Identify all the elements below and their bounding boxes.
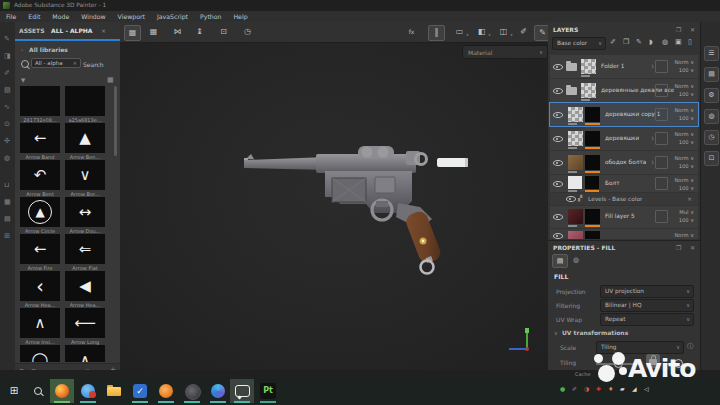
popout-icon[interactable]: ❐ xyxy=(676,244,681,251)
physical-brush-icon[interactable]: ✐ xyxy=(516,25,531,39)
polygon-fill-tool-icon[interactable]: ▨ xyxy=(4,87,11,94)
taskbar-check-app[interactable]: ✓ xyxy=(128,379,152,403)
antivirus-icon[interactable]: ✚ xyxy=(596,386,601,392)
blend-controls[interactable]: Norm ∨100 ∨ xyxy=(674,176,694,192)
blend-controls[interactable]: Mul ∨100 ∨ xyxy=(679,208,694,224)
tray-folder-icon[interactable]: ▰ xyxy=(620,386,625,392)
layer-row[interactable]: деревянные декали все 1 Norm ∨100 ∨ xyxy=(550,79,698,102)
close-icon[interactable]: ✕ xyxy=(690,26,695,33)
tab-sphere-preview[interactable]: ◍ xyxy=(569,254,583,266)
mask-thumbnail[interactable] xyxy=(655,210,668,223)
mask-thumbnail[interactable] xyxy=(655,60,668,73)
asset-item[interactable]: ∧ xyxy=(65,345,105,362)
opacity-value[interactable]: 100 xyxy=(679,67,689,73)
path-tool-icon[interactable]: ◍ xyxy=(4,155,10,162)
opacity-value[interactable]: 100 xyxy=(679,163,689,169)
visibility-eye-icon[interactable] xyxy=(553,231,562,239)
opacity-value[interactable]: 100 xyxy=(679,91,689,97)
effect-name[interactable]: Levels - Base color xyxy=(588,196,642,202)
menu-viewport[interactable]: Viewport xyxy=(112,13,151,20)
filter-funnel-icon[interactable]: ▼ xyxy=(21,77,25,84)
section-collapse-icon[interactable]: ∨ xyxy=(554,330,558,336)
blend-mode[interactable]: Norm xyxy=(674,131,688,137)
menu-file[interactable]: File xyxy=(0,13,22,20)
projection-tool-icon[interactable]: ✐ xyxy=(4,70,10,77)
smart-material-icon[interactable]: ✐ xyxy=(610,39,616,46)
layers-view-icon[interactable]: ☰ xyxy=(704,46,719,61)
shader-mode-dropdown[interactable]: Material ∨ xyxy=(462,45,548,59)
snap-icon[interactable]: ⊡ xyxy=(216,25,231,39)
mask-thumbnail[interactable] xyxy=(655,177,668,190)
material-thumbnail[interactable] xyxy=(585,131,600,146)
taskbar-edge-app[interactable] xyxy=(206,379,230,403)
layer-name[interactable]: Болт xyxy=(605,180,620,186)
material-thumbnail[interactable] xyxy=(585,107,600,122)
tiling-slider-handle[interactable] xyxy=(614,359,623,368)
layer-row[interactable]: Болт Norm ∨100 ∨ xyxy=(550,175,698,192)
taskbar-blender[interactable] xyxy=(154,379,178,403)
asset-item[interactable]: ▲Arrow Ben... xyxy=(65,123,105,160)
smudge-tool-icon[interactable]: ∿ xyxy=(4,104,10,111)
effect-row[interactable]: ▞ Levels - Base color × xyxy=(550,193,698,205)
delete-layer-icon[interactable]: ▯ xyxy=(688,39,692,46)
stencil-icon[interactable]: ▭ xyxy=(452,25,467,39)
eraser-tool-icon[interactable]: ◨ xyxy=(4,53,11,60)
remove-effect-icon[interactable]: × xyxy=(687,195,692,202)
blend-mode[interactable]: Norm xyxy=(674,107,688,113)
mask-thumbnail[interactable] xyxy=(655,84,668,97)
layer-thumbnail[interactable] xyxy=(568,155,583,170)
taskbar-search-button[interactable] xyxy=(26,379,50,403)
opacity-value[interactable]: 100 xyxy=(679,185,689,191)
settings-tool-icon[interactable]: ⊞ xyxy=(4,233,10,240)
menu-mode[interactable]: Mode xyxy=(46,13,75,20)
chip-close-icon[interactable]: × xyxy=(72,60,77,66)
layer-thumbnail[interactable] xyxy=(581,83,596,98)
layer-thumbnail[interactable] xyxy=(581,59,596,74)
paint-tool-icon[interactable]: ✎ xyxy=(4,36,10,43)
history-icon[interactable]: ◷ xyxy=(704,130,719,145)
mirror-y-icon[interactable]: ↨ xyxy=(192,25,207,39)
blend-mode[interactable]: Norm xyxy=(674,59,688,65)
visibility-eye-icon[interactable] xyxy=(553,158,562,167)
all-libraries-label[interactable]: All libraries xyxy=(29,46,68,53)
blend-mode[interactable]: Mul xyxy=(679,209,688,215)
material-thumbnail[interactable] xyxy=(585,209,600,224)
menu-window[interactable]: Window xyxy=(75,13,111,20)
mask-thumbnail[interactable] xyxy=(655,108,668,121)
layer-thumbnail[interactable] xyxy=(568,209,583,224)
layer-row-selected[interactable]: деревяшки copy 1 1 Norm ∨100 ∨ xyxy=(550,103,698,126)
viewport-3d[interactable]: Material ∨ xyxy=(120,43,548,370)
asset-item[interactable]: ◀Arrow Hea... xyxy=(65,271,105,308)
blend-controls[interactable]: Norm ∨100 ∨ xyxy=(674,82,694,98)
asset-item[interactable]: ∧Arrow Insi... xyxy=(20,308,60,345)
export-tool-icon[interactable]: ⊔ xyxy=(4,182,9,189)
visibility-eye-icon[interactable] xyxy=(553,86,562,95)
asset-item[interactable]: ↔Arrow Dou... xyxy=(65,197,105,234)
material-thumbnail[interactable] xyxy=(585,155,600,170)
search-input[interactable]: Search xyxy=(83,61,104,68)
layer-name[interactable]: Fill layer 5 xyxy=(605,213,635,219)
opacity-value[interactable]: 100 xyxy=(679,115,689,121)
asset-item[interactable]: ▲Arrow Circle xyxy=(20,197,60,234)
color-app-icon[interactable]: ◑ xyxy=(584,386,589,392)
bake-tool-icon[interactable]: ▦ xyxy=(4,199,11,206)
asset-item[interactable]: ⟵Arrow Long xyxy=(65,308,105,345)
stencil-chevron-icon[interactable]: ∨ xyxy=(466,32,469,37)
shader-settings-icon[interactable]: ⚙ xyxy=(704,88,719,103)
microphone-icon[interactable]: ♦ xyxy=(608,386,613,392)
clone-tool-icon[interactable]: ⊙ xyxy=(4,121,10,128)
blend-controls[interactable]: Norm ∨100 ∨ xyxy=(674,106,694,122)
popout-icon[interactable]: ❐ xyxy=(676,26,681,33)
menu-help[interactable]: Help xyxy=(227,13,253,20)
camera-mode-icon[interactable]: ◫ xyxy=(496,25,511,39)
visibility-eye-icon[interactable] xyxy=(566,194,575,203)
tiling-lock-button[interactable] xyxy=(646,354,660,368)
assets-panel-label[interactable]: ASSETS xyxy=(19,27,45,34)
taskbar-substance-painter[interactable]: Pt xyxy=(256,379,280,403)
filtering-dropdown[interactable]: Bilinear | HQ ∨ xyxy=(600,299,694,312)
channel-dropdown[interactable]: Base color ∨ xyxy=(552,37,606,50)
taskbar-mail-app[interactable] xyxy=(76,379,100,403)
asset-item[interactable]: ∨Arrow Bor... xyxy=(65,160,105,197)
layer-row[interactable]: Fill layer 5 Mul ∨100 ∨ xyxy=(550,206,698,228)
tab-material-properties[interactable]: ▤ xyxy=(552,254,568,268)
